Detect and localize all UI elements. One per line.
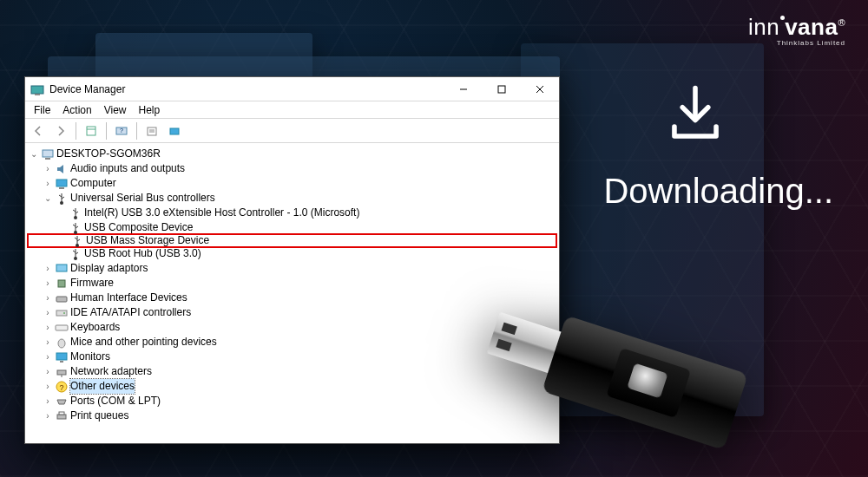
usb-icon: [69, 206, 82, 220]
tree-item-ide[interactable]: ›IDE ATA/ATAPI controllers: [27, 305, 557, 320]
usb-icon: [69, 247, 82, 261]
expand-icon[interactable]: ⌄: [29, 147, 39, 161]
monitor-icon: [55, 350, 69, 364]
printer-icon: [55, 409, 69, 423]
show-hidden-button[interactable]: [82, 121, 101, 140]
back-button[interactable]: [29, 121, 48, 140]
tree-item-hid[interactable]: ›Human Interface Devices: [27, 291, 557, 305]
mouse-icon: [55, 336, 69, 350]
svg-rect-1: [35, 94, 40, 95]
audio-icon: [55, 162, 69, 176]
titlebar[interactable]: Device Manager: [25, 77, 559, 101]
toolbar-separator: [106, 122, 107, 140]
usb-icon: [55, 192, 69, 206]
svg-rect-33: [56, 325, 68, 330]
menu-action[interactable]: Action: [57, 103, 96, 117]
minimize-button[interactable]: [444, 77, 483, 101]
expand-icon[interactable]: ›: [43, 261, 53, 276]
expand-icon[interactable]: ›: [43, 364, 53, 379]
collapse-icon[interactable]: ⌄: [43, 191, 53, 206]
menu-bar: File Action View Help: [25, 101, 559, 119]
svg-rect-42: [59, 412, 64, 415]
svg-rect-30: [56, 297, 67, 302]
expand-icon[interactable]: ›: [43, 291, 53, 305]
tree-item-computer[interactable]: ›Computer: [27, 176, 557, 191]
expand-icon[interactable]: ›: [43, 379, 53, 394]
display-icon: [55, 262, 69, 276]
svg-point-34: [58, 339, 65, 348]
expand-icon[interactable]: ›: [43, 394, 53, 408]
svg-rect-29: [58, 280, 65, 287]
computer-icon: [41, 147, 55, 161]
tree-item-usb-root-hub[interactable]: USB Root Hub (USB 3.0): [27, 246, 557, 261]
download-icon: [663, 83, 727, 147]
svg-rect-36: [60, 361, 63, 363]
tree-item-display[interactable]: ›Display adaptors: [27, 261, 557, 276]
toolbar: ?: [25, 119, 559, 143]
menu-file[interactable]: File: [29, 103, 56, 117]
svg-text:?: ?: [120, 127, 123, 134]
menu-view[interactable]: View: [99, 103, 132, 117]
svg-rect-35: [56, 353, 67, 360]
expand-icon[interactable]: ›: [43, 408, 53, 423]
svg-rect-0: [31, 86, 43, 94]
expand-icon[interactable]: ›: [43, 335, 53, 350]
close-button[interactable]: [521, 77, 559, 101]
brand-tagline: Thinklabs Limited: [748, 40, 845, 47]
expand-icon[interactable]: ›: [43, 305, 53, 320]
svg-rect-17: [59, 187, 64, 189]
svg-rect-41: [57, 415, 66, 419]
tree-item-keyboards[interactable]: ›Keyboards: [27, 320, 557, 335]
svg-rect-31: [56, 310, 67, 316]
expand-icon[interactable]: ›: [43, 176, 53, 191]
network-icon: [55, 365, 69, 379]
tree-item-usb-intel[interactable]: Intel(R) USB 3.0 eXtensible Host Control…: [27, 206, 557, 220]
hid-icon: [55, 291, 69, 305]
drive-icon: [55, 306, 69, 320]
svg-rect-16: [56, 180, 67, 186]
monitor-icon: [55, 177, 69, 191]
toolbar-separator: [76, 122, 76, 140]
svg-rect-37: [57, 370, 66, 375]
expand-icon[interactable]: ›: [43, 276, 53, 291]
tree-item-audio[interactable]: ›Audio inputs and outputs: [27, 161, 557, 176]
tree-item-firmware[interactable]: ›Firmware: [27, 276, 557, 291]
menu-help[interactable]: Help: [134, 103, 166, 117]
chip-icon: [55, 277, 69, 291]
port-icon: [55, 395, 69, 408]
downloading-label: Downloading...: [603, 172, 833, 211]
expand-icon[interactable]: ›: [43, 320, 53, 335]
tree-item-mice[interactable]: ›Mice and other pointing devices: [27, 335, 557, 350]
svg-text:?: ?: [59, 383, 63, 392]
keyboard-icon: [55, 321, 69, 335]
app-icon: [30, 82, 44, 96]
svg-rect-15: [45, 158, 50, 160]
brand-name: innvana®: [748, 16, 845, 38]
svg-rect-14: [43, 150, 53, 157]
svg-rect-6: [87, 127, 95, 135]
expand-icon[interactable]: ›: [43, 350, 53, 364]
tree-root[interactable]: ⌄DESKTOP-SGOM36R: [27, 147, 557, 161]
maximize-button[interactable]: [483, 77, 521, 101]
expand-icon[interactable]: ›: [43, 161, 53, 176]
svg-rect-3: [498, 86, 505, 93]
properties-button[interactable]: [142, 121, 161, 140]
brand-logo: innvana® Thinklabs Limited: [748, 16, 845, 47]
forward-button[interactable]: [51, 121, 70, 140]
tree-item-usb-controllers[interactable]: ⌄Universal Serial Bus controllers: [27, 191, 557, 206]
svg-rect-13: [170, 128, 179, 134]
usb-icon: [70, 234, 84, 248]
svg-rect-28: [56, 265, 67, 271]
window-title: Device Manager: [49, 83, 444, 95]
scan-button[interactable]: [165, 121, 184, 140]
help-button[interactable]: ?: [112, 121, 131, 140]
usb-icon: [69, 221, 82, 235]
toolbar-separator: [136, 122, 137, 140]
svg-point-32: [63, 312, 65, 314]
unknown-icon: ?: [55, 380, 69, 394]
